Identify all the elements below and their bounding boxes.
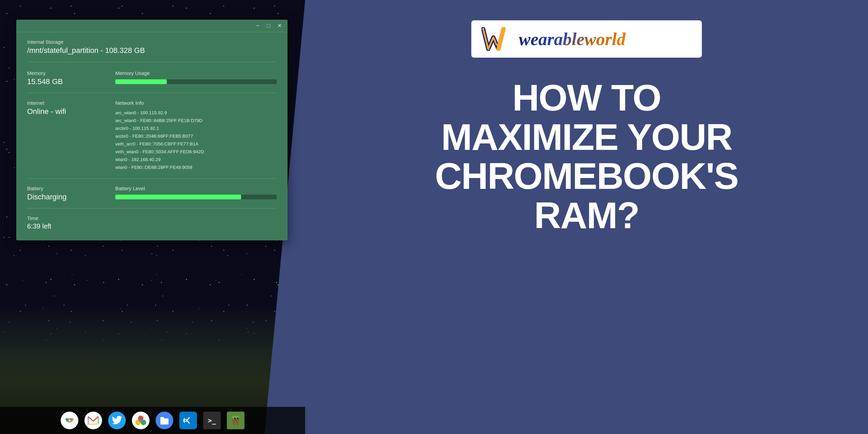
battery-section: Battery Discharging Battery Level (27, 185, 277, 209)
svg-point-3 (68, 419, 71, 421)
window-titlebar: − □ ✕ (16, 20, 288, 32)
network-row-7: wlan0 - FE80::DE8B:28FF:FE49:9058 (115, 164, 277, 172)
svg-rect-18 (237, 418, 238, 419)
minimize-button[interactable]: − (254, 22, 261, 29)
taskbar-icon-vscode[interactable] (179, 412, 197, 429)
left-panel: − □ ✕ Internal Storage /mnt/stateful_par… (0, 0, 305, 434)
storage-label: Internal Storage (27, 39, 277, 45)
memory-bar-fill (115, 79, 167, 84)
internet-value: Online - wifi (27, 107, 102, 116)
headline: HOW TO MAXIMIZE YOUR CHROMEBOOK'S RAM? (435, 78, 738, 235)
battery-value: Discharging (27, 193, 102, 201)
network-row-0: arc_wlan0 - 100.115.92.9 (115, 109, 277, 117)
svg-rect-7 (88, 424, 99, 425)
maximize-button[interactable]: □ (265, 22, 272, 29)
network-row-4: veth_arc0 - FE80::7056:CBFF:FE77:B1A (115, 140, 277, 148)
svg-rect-17 (234, 418, 236, 419)
taskbar-icon-files[interactable] (156, 412, 173, 429)
svg-marker-14 (185, 416, 192, 425)
battery-right: Battery Level (115, 185, 277, 199)
logo-text: wearableworld (519, 29, 626, 49)
battery-level-label: Battery Level (115, 185, 277, 191)
internet-section: Internet Online - wifi Network Info arc_… (27, 100, 277, 179)
taskbar: >_ (0, 407, 305, 434)
time-label: Time (27, 215, 277, 221)
memory-section: Memory 15.548 GB Memory Usage (27, 70, 277, 93)
battery-left: Battery Discharging (27, 185, 102, 201)
close-button[interactable]: ✕ (276, 22, 283, 29)
headline-line1: HOW TO (435, 78, 738, 117)
battery-label: Battery (27, 185, 102, 191)
taskbar-icon-twitter[interactable] (108, 412, 126, 429)
svg-rect-5 (88, 416, 88, 425)
memory-left: Memory 15.548 GB (27, 70, 102, 86)
network-row-5: veth_wlan0 - FE80::5034:AFFF:FED6:942D (115, 148, 277, 156)
svg-rect-6 (98, 416, 99, 425)
battery-bar-bg (115, 195, 277, 199)
taskbar-icon-chrome[interactable] (61, 412, 78, 429)
svg-rect-21 (236, 422, 238, 425)
network-row-1: arc_wlan0 - FE80::84BB:25FF:FE1B:D79D (115, 117, 277, 125)
taskbar-icon-terminal[interactable]: >_ (203, 412, 221, 429)
internet-label: Internet (27, 100, 102, 106)
memory-label: Memory (27, 70, 102, 76)
headline-line4: RAM? (435, 196, 738, 235)
storage-path: /mnt/stateful_partition - 108.328 GB (27, 46, 277, 55)
headline-line3: CHROMEBOOK'S (435, 156, 738, 196)
svg-rect-12 (160, 418, 169, 425)
taskbar-icon-minecraft[interactable] (227, 412, 244, 429)
storage-section: Internal Storage /mnt/stateful_partition… (27, 39, 277, 62)
svg-point-11 (139, 418, 143, 422)
logo-container: wearableworld (471, 20, 702, 58)
network-row-2: arcbr0 - 100.115.92.1 (115, 125, 277, 133)
network-info: Network Info arc_wlan0 - 100.115.92.9 ar… (115, 100, 277, 172)
svg-rect-19 (235, 420, 237, 421)
svg-rect-20 (233, 422, 235, 425)
network-info-label: Network Info (115, 100, 277, 106)
taskbar-icon-gmail[interactable] (84, 412, 102, 429)
logo-icon (481, 27, 512, 51)
memory-value: 15.548 GB (27, 77, 102, 86)
time-section: Time 6:39 left (27, 215, 277, 230)
headline-line2: MAXIMIZE YOUR (435, 117, 738, 157)
network-row-3: arcbr0 - FE80::204B:69FF:FEB5:B077 (115, 133, 277, 140)
window-content: Internal Storage /mnt/stateful_partition… (16, 32, 288, 240)
memory-bar-bg (115, 79, 277, 84)
internet-left: Internet Online - wifi (27, 100, 102, 172)
right-panel: wearableworld HOW TO MAXIMIZE YOUR CHROM… (305, 0, 868, 434)
system-info-window: − □ ✕ Internal Storage /mnt/stateful_par… (16, 20, 288, 240)
battery-bar-fill (115, 195, 241, 199)
memory-right: Memory Usage (115, 70, 277, 84)
memory-usage-label: Memory Usage (115, 70, 277, 76)
network-row-6: wlan0 - 192.168.40.29 (115, 156, 277, 164)
time-value: 6:39 left (27, 222, 277, 230)
taskbar-icon-photos[interactable] (132, 412, 150, 429)
